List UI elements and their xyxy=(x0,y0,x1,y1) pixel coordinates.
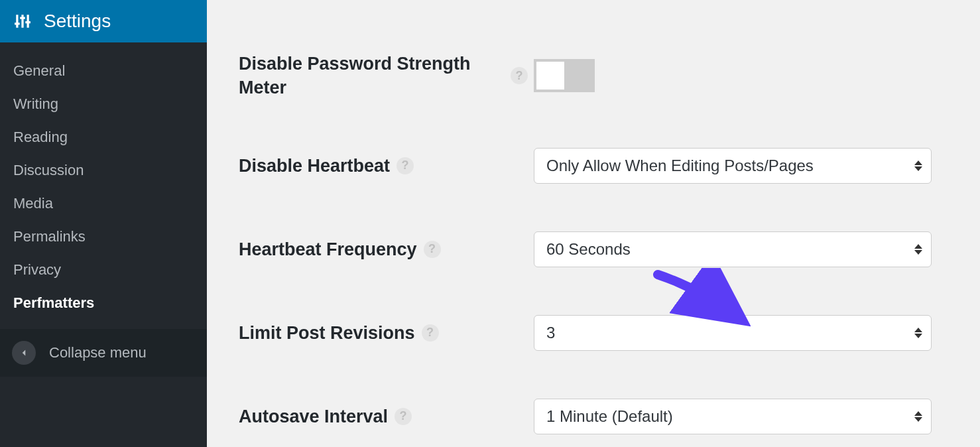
toggle-disable-password-strength-meter[interactable] xyxy=(534,59,595,92)
setting-label-cell: Limit Post Revisions ? xyxy=(239,321,534,345)
sidebar-item-permalinks[interactable]: Permalinks xyxy=(0,220,207,253)
collapse-menu-button[interactable]: Collapse menu xyxy=(0,329,207,377)
setting-control-cell: Only Allow When Editing Posts/Pages xyxy=(534,148,940,184)
toggle-knob xyxy=(536,62,564,90)
sidebar-submenu: General Writing Reading Discussion Media… xyxy=(0,42,207,325)
collapse-menu-label: Collapse menu xyxy=(49,344,147,361)
help-icon[interactable]: ? xyxy=(511,67,528,84)
svg-rect-5 xyxy=(25,21,31,23)
sidebar-item-label: General xyxy=(13,62,65,79)
sidebar-item-label: Privacy xyxy=(13,261,61,278)
select-value: 1 Minute (Default) xyxy=(546,407,673,426)
sidebar-current-label: Settings xyxy=(44,11,111,32)
setting-control-cell xyxy=(534,59,940,92)
sidebar-item-label: Perfmatters xyxy=(13,294,94,311)
select-arrows-icon xyxy=(914,160,922,171)
select-value: 60 Seconds xyxy=(546,240,631,259)
select-heartbeat-frequency[interactable]: 60 Seconds xyxy=(534,231,932,267)
select-autosave-interval[interactable]: 1 Minute (Default) xyxy=(534,399,932,434)
svg-rect-0 xyxy=(16,15,18,28)
setting-row-disable-heartbeat: Disable Heartbeat ? Only Allow When Edit… xyxy=(239,148,940,184)
sidebar-item-label: Reading xyxy=(13,129,68,145)
sidebar-item-label: Permalinks xyxy=(13,228,86,245)
admin-sidebar: Settings General Writing Reading Discuss… xyxy=(0,0,207,447)
sidebar-current-section[interactable]: Settings xyxy=(0,0,207,42)
setting-label: Disable Heartbeat xyxy=(239,154,390,178)
help-icon[interactable]: ? xyxy=(395,408,412,425)
setting-label: Heartbeat Frequency xyxy=(239,237,417,261)
collapse-icon xyxy=(12,341,36,365)
settings-table: Disable Password Strength Meter ? Disabl… xyxy=(239,52,940,434)
select-arrows-icon xyxy=(914,411,922,422)
setting-control-cell: 1 Minute (Default) xyxy=(534,399,940,434)
svg-rect-3 xyxy=(15,23,20,25)
sidebar-item-general[interactable]: General xyxy=(0,54,207,88)
setting-control-cell: 60 Seconds xyxy=(534,231,940,267)
svg-rect-4 xyxy=(20,17,25,19)
setting-label: Disable Password Strength Meter xyxy=(239,52,504,100)
sidebar-item-perfmatters[interactable]: Perfmatters xyxy=(0,287,207,320)
sidebar-item-reading[interactable]: Reading xyxy=(0,121,207,154)
setting-label: Limit Post Revisions xyxy=(239,321,415,345)
sidebar-item-discussion[interactable]: Discussion xyxy=(0,154,207,187)
sliders-icon xyxy=(13,12,32,31)
help-icon[interactable]: ? xyxy=(422,324,439,342)
setting-row-limit-post-revisions: Limit Post Revisions ? 3 xyxy=(239,315,940,351)
setting-label-cell: Heartbeat Frequency ? xyxy=(239,237,534,261)
help-icon[interactable]: ? xyxy=(424,241,441,258)
sidebar-item-privacy[interactable]: Privacy xyxy=(0,253,207,287)
setting-label: Autosave Interval xyxy=(239,405,388,428)
select-value: 3 xyxy=(546,324,555,342)
sidebar-item-media[interactable]: Media xyxy=(0,187,207,220)
setting-control-cell: 3 xyxy=(534,315,940,351)
sidebar-item-label: Media xyxy=(13,195,53,212)
select-limit-post-revisions[interactable]: 3 xyxy=(534,315,932,351)
sidebar-item-label: Discussion xyxy=(13,162,84,178)
settings-panel: Disable Password Strength Meter ? Disabl… xyxy=(207,0,980,447)
setting-label-cell: Disable Password Strength Meter ? xyxy=(239,52,534,100)
sidebar-item-writing[interactable]: Writing xyxy=(0,88,207,121)
help-icon[interactable]: ? xyxy=(397,157,414,174)
setting-label-cell: Disable Heartbeat ? xyxy=(239,154,534,178)
select-arrows-icon xyxy=(914,328,922,338)
svg-rect-1 xyxy=(21,15,23,28)
setting-row-autosave-interval: Autosave Interval ? 1 Minute (Default) xyxy=(239,399,940,434)
setting-row-heartbeat-frequency: Heartbeat Frequency ? 60 Seconds xyxy=(239,231,940,267)
select-arrows-icon xyxy=(914,244,922,255)
setting-row-disable-password-strength-meter: Disable Password Strength Meter ? xyxy=(239,52,940,100)
sidebar-item-label: Writing xyxy=(13,96,58,112)
setting-label-cell: Autosave Interval ? xyxy=(239,405,534,428)
select-value: Only Allow When Editing Posts/Pages xyxy=(546,157,814,175)
select-disable-heartbeat[interactable]: Only Allow When Editing Posts/Pages xyxy=(534,148,932,184)
